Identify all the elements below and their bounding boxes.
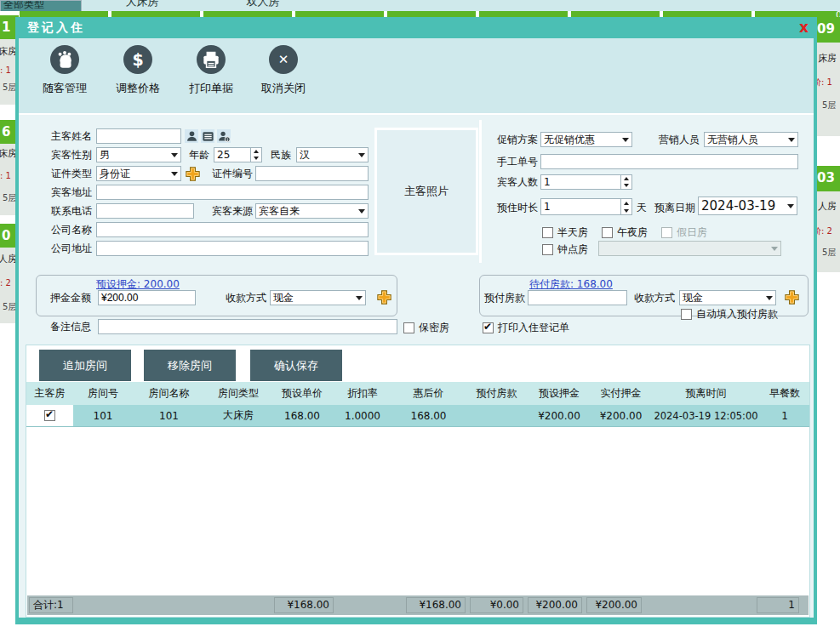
cancel-close-label: 取消关闭	[253, 81, 314, 96]
guest-count-label: 宾客人数	[495, 174, 538, 190]
id-type-select[interactable]: 身份证	[96, 166, 181, 181]
spinner-down-icon[interactable]	[251, 155, 261, 162]
col-header: 惠后价	[392, 382, 465, 405]
checkbox-box[interactable]	[403, 322, 414, 333]
guest-photo-placeholder[interactable]: 主客照片	[374, 128, 478, 255]
midnight-room-checkbox[interactable]: 午夜房	[602, 225, 648, 240]
checkbox-box[interactable]	[542, 244, 553, 255]
print-receipt-label: 打印单据	[180, 81, 242, 96]
adjust-price-button[interactable]: $ 调整价格	[107, 45, 169, 96]
person-icon[interactable]	[185, 129, 198, 143]
ethnicity-label: 民族	[269, 147, 291, 162]
totals-paid-deposit: ¥200.00	[586, 597, 642, 613]
guest-address-label: 宾客地址	[49, 185, 92, 200]
discount-cell: 1.0000	[333, 405, 392, 426]
tab-all-types-label: 全部类型	[3, 0, 44, 11]
company-address-input[interactable]	[96, 241, 369, 256]
companion-manage-button[interactable]: 随客管理	[34, 45, 95, 96]
promo-plan-select[interactable]: 无促销优惠	[540, 132, 632, 147]
spinner-up-icon[interactable]	[621, 175, 631, 182]
guest-address-input[interactable]	[96, 185, 369, 200]
checkbox-box[interactable]	[542, 227, 553, 238]
remark-input[interactable]	[98, 319, 397, 334]
spinner-up-icon[interactable]	[251, 148, 261, 155]
room-number-fragment: 09	[817, 17, 840, 43]
manual-order-input[interactable]	[540, 154, 798, 169]
stay-duration-label: 预住时长	[495, 200, 538, 215]
sales-person-label: 营销人员	[657, 132, 700, 147]
main-room-checkbox[interactable]	[44, 410, 55, 421]
dollar-icon: $	[123, 45, 152, 74]
age-stepper[interactable]: 25	[214, 147, 262, 162]
room-type-fragment: 床房	[0, 45, 17, 58]
add-room-button[interactable]: 追加房间	[39, 350, 131, 381]
checkbox-box[interactable]	[483, 322, 494, 333]
sales-person-select[interactable]: 无营销人员	[704, 132, 798, 147]
col-header: 主客房	[26, 382, 73, 405]
guest-count-stepper[interactable]: 1	[540, 174, 632, 190]
prepay-method-select[interactable]: 现金	[679, 290, 776, 305]
spinner-up-icon[interactable]	[621, 199, 631, 207]
form-divider	[479, 120, 482, 263]
tab-big-bed-room-label: 大床房	[82, 0, 203, 9]
spinner-down-icon[interactable]	[621, 207, 631, 214]
deposit-amount-input[interactable]	[98, 290, 196, 305]
guest-source-select[interactable]: 宾客自来	[255, 203, 369, 219]
guest-name-label: 主客姓名	[49, 128, 92, 144]
totals-unit-price: ¥168.00	[274, 597, 334, 613]
gender-select[interactable]: 男	[96, 147, 181, 162]
dialog-toolbar: 随客管理 $ 调整价格 打印单据 ✕ 取消关闭	[19, 38, 814, 115]
checkbox-box[interactable]	[681, 309, 692, 320]
id-type-value: 身份证	[100, 167, 130, 180]
hourly-room-checkbox[interactable]: 钟点房	[542, 242, 588, 257]
tab-double-room[interactable]: 双人房	[203, 0, 323, 11]
print-registration-checkbox[interactable]: 打印入住登记单	[483, 321, 569, 335]
table-row[interactable]: 101 101 大床房 168.00 1.0000 168.00 ¥200.00…	[26, 405, 809, 427]
room-type-fragment: 人房	[818, 200, 837, 213]
close-icon[interactable]: x	[799, 18, 809, 37]
dialog-title: 登记入住	[27, 20, 85, 36]
secret-room-checkbox[interactable]: 保密房	[403, 321, 449, 335]
tab-all-types[interactable]: 全部类型	[0, 0, 82, 11]
id-card-reader-icon[interactable]	[201, 129, 214, 143]
person-info-icon[interactable]	[217, 129, 231, 143]
autofill-prepay-checkbox[interactable]: 自动填入预付房款	[681, 307, 778, 322]
print-receipt-button[interactable]: 打印单据	[180, 45, 242, 96]
add-pay-method-icon[interactable]	[377, 290, 391, 305]
col-header: 房间名称	[133, 382, 205, 405]
deposit-pay-method-select[interactable]: 现金	[270, 290, 366, 305]
add-prepay-method-icon[interactable]	[785, 290, 799, 305]
confirm-save-button[interactable]: 确认保存	[250, 350, 342, 381]
col-header: 预付房款	[465, 382, 529, 405]
preset-deposit-cell: ¥200.00	[529, 405, 590, 426]
half-day-label: 半天房	[557, 225, 588, 240]
id-number-input[interactable]	[255, 166, 369, 181]
half-day-checkbox[interactable]: 半天房	[542, 225, 588, 240]
guest-name-input[interactable]	[96, 128, 181, 144]
spinner-down-icon[interactable]	[621, 182, 631, 189]
room-type-cell: 大床房	[205, 405, 271, 426]
hourly-plan-select	[598, 241, 781, 256]
dialog-titlebar[interactable]: 登记入住 x	[19, 17, 814, 38]
depart-time-cell: 2024-03-19 12:05:00	[652, 405, 760, 426]
stay-duration-stepper[interactable]: 1	[540, 198, 632, 215]
checkbox-box[interactable]	[602, 227, 613, 238]
chevron-down-icon	[622, 138, 629, 142]
room-name-cell: 101	[133, 405, 205, 426]
add-id-type-icon[interactable]	[186, 167, 200, 181]
totals-count: 合计:1	[29, 597, 73, 613]
tab-big-bed-room[interactable]: 大床房	[82, 0, 203, 11]
cancel-close-button[interactable]: ✕ 取消关闭	[253, 45, 314, 96]
chevron-down-icon	[171, 172, 178, 176]
close-circle-icon: ✕	[269, 45, 298, 74]
chevron-down-icon	[771, 247, 778, 251]
company-name-input[interactable]	[96, 222, 369, 237]
phone-input[interactable]	[96, 203, 194, 219]
guest-source-label: 宾客来源	[210, 203, 253, 219]
ethnicity-select[interactable]: 汉	[296, 147, 369, 162]
holiday-room-checkbox: 假日房	[661, 225, 707, 240]
prepay-input[interactable]	[528, 290, 627, 305]
remove-room-button[interactable]: 移除房间	[144, 350, 236, 381]
depart-date-picker[interactable]: 2024-03-19	[698, 197, 797, 215]
room-price-fragment: : 1	[0, 66, 11, 75]
